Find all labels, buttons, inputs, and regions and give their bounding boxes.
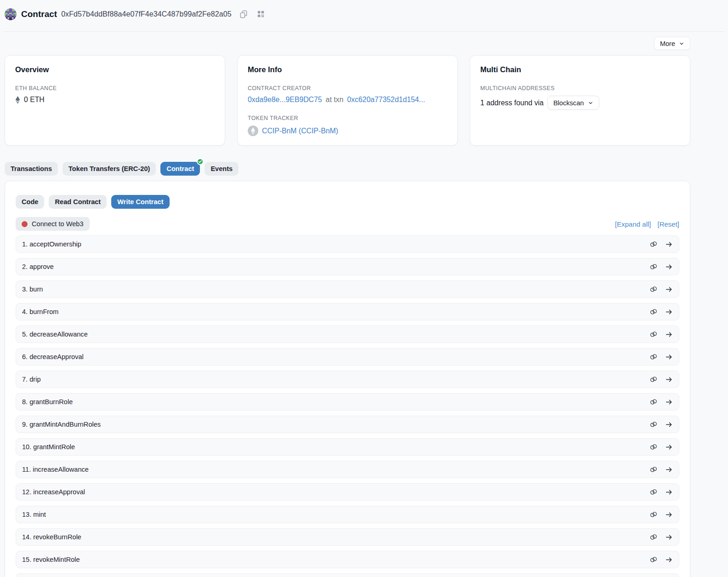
qr-code-button[interactable] <box>256 9 266 19</box>
multichain-addresses-text: 1 address found via <box>480 99 544 107</box>
link-icon <box>649 533 658 541</box>
check-icon <box>198 160 202 164</box>
toolbar-row: More <box>5 37 690 50</box>
function-row-icons <box>649 488 673 496</box>
permalink-button[interactable] <box>649 420 658 428</box>
permalink-button[interactable] <box>649 285 658 293</box>
copy-address-button[interactable] <box>238 9 249 20</box>
tab-transactions[interactable]: Transactions <box>5 162 58 176</box>
function-name: 7. drip <box>22 376 41 383</box>
more-info-card: More Info CONTRACT CREATOR 0xda9e8e...9E… <box>237 55 458 146</box>
function-row-icons <box>649 285 673 293</box>
goto-function-button[interactable] <box>665 331 673 338</box>
function-row[interactable]: 2. approve <box>16 258 679 275</box>
function-row-icons <box>649 263 673 271</box>
chevron-down-icon <box>588 100 593 106</box>
function-row[interactable]: 8. grantBurnRole <box>16 393 679 411</box>
permalink-button[interactable] <box>649 353 658 361</box>
function-row[interactable]: 5. decreaseAllowance <box>16 326 679 343</box>
goto-function-button[interactable] <box>665 308 673 316</box>
panel-links: [Expand all] [Reset] <box>615 220 679 228</box>
permalink-button[interactable] <box>649 510 658 519</box>
tab-token-transfers-erc-20[interactable]: Token Transfers (ERC-20) <box>63 162 156 176</box>
connection-status-dot-icon <box>22 221 28 227</box>
link-icon <box>649 555 658 564</box>
permalink-button[interactable] <box>649 240 658 248</box>
function-row[interactable]: 12. increaseApproval <box>16 483 679 501</box>
reset-link[interactable]: [Reset] <box>657 220 679 228</box>
function-row[interactable]: 15. revokeMintRole <box>16 551 679 568</box>
function-row-partial[interactable] <box>16 573 679 577</box>
function-row[interactable]: 7. drip <box>16 371 679 388</box>
function-name: 15. revokeMintRole <box>22 556 80 563</box>
goto-function-button[interactable] <box>665 556 673 564</box>
function-row-icons <box>649 533 673 541</box>
function-name: 8. grantBurnRole <box>22 398 73 406</box>
token-tracker-link[interactable]: CCIP-BnM (CCIP-BnM) <box>262 127 338 135</box>
creator-address-link[interactable]: 0xda9e8e...9EB9DC75 <box>248 96 322 104</box>
link-icon <box>649 398 658 406</box>
goto-function-button[interactable] <box>665 466 673 474</box>
contract-subtabs: Code Read Contract Write Contract <box>16 195 679 209</box>
goto-function-button[interactable] <box>665 240 673 248</box>
permalink-button[interactable] <box>649 443 658 451</box>
goto-function-button[interactable] <box>665 511 673 519</box>
subtab-code[interactable]: Code <box>16 195 44 209</box>
function-row[interactable]: 13. mint <box>16 506 679 523</box>
page-tabs: Transactions Token Transfers (ERC-20) Co… <box>5 162 690 176</box>
function-row[interactable]: 4. burnFrom <box>16 303 679 320</box>
chevron-down-icon <box>679 41 684 46</box>
creation-txn-link[interactable]: 0xc620a77352d1d154... <box>347 96 425 104</box>
function-row[interactable]: 6. decreaseApproval <box>16 348 679 366</box>
multichain-addresses-label: MULTICHAIN ADDRESSES <box>480 85 680 91</box>
function-row[interactable]: 11. increaseAllowance <box>16 461 679 478</box>
write-toolbar: Connect to Web3 [Expand all] [Reset] <box>16 217 679 231</box>
function-row[interactable]: 10. grantMintRole <box>16 438 679 456</box>
connect-to-web3-button[interactable]: Connect to Web3 <box>16 217 90 231</box>
goto-function-button[interactable] <box>665 421 673 428</box>
permalink-button[interactable] <box>649 308 658 316</box>
tab-contract[interactable]: Contract <box>160 162 200 176</box>
expand-all-link[interactable]: [Expand all] <box>615 220 651 228</box>
goto-function-button[interactable] <box>665 398 673 406</box>
link-icon <box>649 353 658 361</box>
goto-function-button[interactable] <box>665 286 673 293</box>
function-row[interactable]: 14. revokeBurnRole <box>16 528 679 546</box>
goto-function-button[interactable] <box>665 488 673 496</box>
goto-function-button[interactable] <box>665 263 673 271</box>
tab-events[interactable]: Events <box>205 162 239 176</box>
function-row[interactable]: 9. grantMintAndBurnRoles <box>16 416 679 433</box>
permalink-button[interactable] <box>649 263 658 271</box>
subtab-read-contract[interactable]: Read Contract <box>49 195 107 209</box>
goto-function-button[interactable] <box>665 443 673 451</box>
multichain-provider-select[interactable]: Blockscan <box>547 96 600 110</box>
goto-function-button[interactable] <box>665 353 673 361</box>
permalink-button[interactable] <box>649 330 658 338</box>
permalink-button[interactable] <box>649 465 658 474</box>
permalink-button[interactable] <box>649 398 658 406</box>
function-row-icons <box>649 375 673 383</box>
function-row-icons <box>649 443 673 451</box>
permalink-button[interactable] <box>649 555 658 564</box>
permalink-button[interactable] <box>649 533 658 541</box>
at-txn-text: at txn <box>326 96 344 104</box>
function-name: 11. increaseAllowance <box>22 466 89 473</box>
ethereum-token-icon <box>250 127 256 135</box>
goto-function-button[interactable] <box>665 533 673 541</box>
function-row-icons <box>649 353 673 361</box>
function-name: 12. increaseApproval <box>22 488 85 496</box>
function-row[interactable]: 3. burn <box>16 280 679 298</box>
function-name: 14. revokeBurnRole <box>22 533 81 541</box>
multichain-card: Multi Chain MULTICHAIN ADDRESSES 1 addre… <box>470 55 690 146</box>
permalink-button[interactable] <box>649 375 658 383</box>
qr-code-icon <box>256 10 265 18</box>
goto-function-button[interactable] <box>665 376 673 383</box>
more-button[interactable]: More <box>654 37 690 50</box>
link-icon <box>649 330 658 338</box>
function-row-icons <box>649 465 673 474</box>
subtab-write-contract[interactable]: Write Contract <box>111 195 169 209</box>
permalink-button[interactable] <box>649 488 658 496</box>
arrow-right-icon <box>665 263 673 271</box>
function-row[interactable]: 1. acceptOwnership <box>16 235 679 253</box>
function-row-icons <box>649 240 673 248</box>
